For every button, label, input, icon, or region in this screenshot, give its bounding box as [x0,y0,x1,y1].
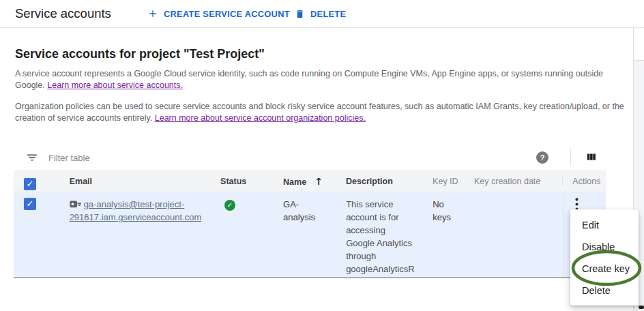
service-account-key-icon [70,200,81,209]
column-header-key-creation-date[interactable]: Key creation date [460,177,562,186]
column-header-name[interactable]: Name↑ [269,176,332,187]
status-cell: ✓ [207,192,269,277]
plus-icon [147,8,158,19]
service-accounts-table: ? ✓ Email Status Name↑ Description Key I… [14,145,606,278]
filter-icon [26,151,38,164]
filter-bar: ? [14,145,606,171]
page-title: Service accounts [15,0,111,27]
help-icon[interactable]: ? [536,151,548,164]
column-header-email[interactable]: Email [56,177,207,186]
column-header-actions: Actions [562,177,606,186]
column-header-name-label: Name [283,177,306,187]
intro-paragraph: A service account represents a Google Cl… [15,68,625,91]
create-service-account-label: CREATE SERVICE ACCOUNT [164,9,290,19]
email-cell: ga-analysis@test-project- 291617.iam.gse… [56,192,207,277]
learn-more-org-policies-link[interactable]: Learn more about service account organiz… [155,113,366,123]
column-display-icon[interactable] [585,151,597,163]
column-header-key-id[interactable]: Key ID [419,177,460,186]
column-header-description[interactable]: Description [332,177,419,186]
menu-item-edit[interactable]: Edit [570,214,639,236]
trash-icon [295,9,305,19]
name-cell: GA- analysis [269,192,332,277]
table-header-row: ✓ Email Status Name↑ Description Key ID … [14,171,606,192]
row-checkbox-cell: ✓ [14,192,56,277]
delete-button[interactable]: DELETE [295,0,346,27]
service-account-email-link[interactable]: ga-analysis@test-project- 291617.iam.gse… [70,199,202,222]
sort-ascending-icon: ↑ [314,176,323,187]
select-all-checkbox[interactable]: ✓ [24,178,36,190]
row-checkbox[interactable]: ✓ [24,198,36,210]
column-header-status[interactable]: Status [207,177,269,186]
header-checkbox-cell: ✓ [14,173,56,190]
app-bar: Service accounts CREATE SERVICE ACCOUNT … [0,0,644,28]
menu-item-create-key[interactable]: Create key [570,258,639,280]
filter-table-input[interactable] [48,153,430,163]
org-policies-paragraph: Organization policies can be used to sec… [15,101,625,124]
key-id-cell: No keys [419,192,460,277]
create-service-account-button[interactable]: CREATE SERVICE ACCOUNT [147,0,290,27]
key-creation-date-cell [460,192,562,277]
learn-more-service-accounts-link[interactable]: Learn more about service accounts. [47,80,183,91]
row-actions-menu: Edit Disable Create key Delete [570,209,639,306]
description-cell: This service account is for accessing Go… [332,192,419,277]
toolbar-divider [570,149,571,166]
delete-label: DELETE [310,9,346,19]
menu-item-disable[interactable]: Disable [570,236,639,258]
status-active-icon: ✓ [224,200,235,211]
table-row[interactable]: ✓ ga-analysis@test-project- 291617.iam.g… [14,192,606,278]
page-heading: Service accounts for project "Test Proje… [15,47,265,61]
scrollbar-thumb[interactable] [639,306,644,309]
menu-item-delete[interactable]: Delete [570,280,639,301]
